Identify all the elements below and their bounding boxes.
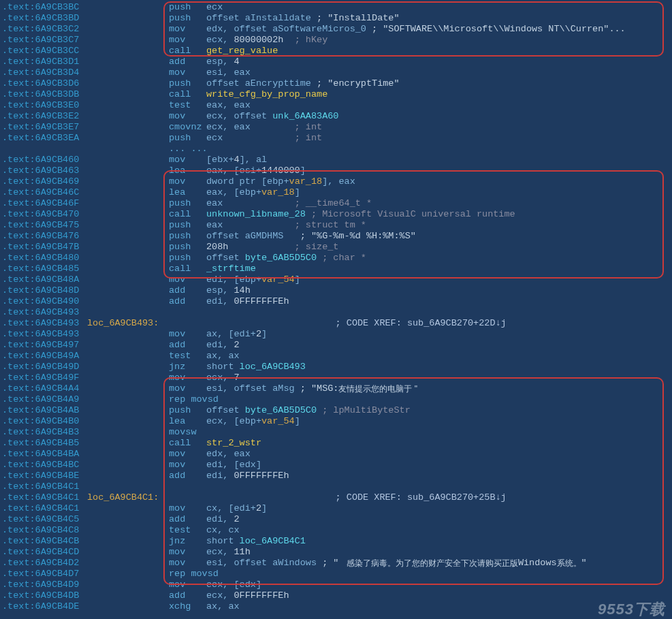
asm-line: .text:6A9CB469movdword ptr [ebp+var_18],… [0,176,672,187]
operand-segment: var_18 [261,187,295,198]
operand-segment: eax, eax [206,100,251,111]
address: .text:6A9CB49F [0,372,87,383]
operand-segment: short [206,536,240,547]
mnemonic: mov [169,24,206,35]
asm-line: .text:6A9CB3D1addesp, 4 [0,57,672,67]
asm-line: .text:6A9CB4D9movecx, [edx] [0,580,672,590]
operand-segment: ], eax [322,176,355,187]
mnemonic [169,307,206,318]
address: .text:6A9CB4D9 [0,580,87,590]
address: .text:6A9CB4A4 [0,383,87,394]
asm-line: .text:6A9CB4BCmovedi, [edx] [0,460,672,471]
mnemonic: call [169,438,206,449]
operand-segment: ecx [206,2,223,13]
mnemonic: add [169,340,206,351]
asm-line: .text:6A9CB3C2movedx, offset aSoftwareMi… [0,24,672,35]
address: .text:6A9CB493 [0,318,87,329]
operand-segment: ; int [223,133,322,144]
asm-line: .text:6A9CB3DBcallwrite_cfg_by_prop_name [0,89,672,100]
mnemonic: call [169,264,206,274]
operand-segment: 7 [234,372,240,383]
address: .text:6A9CB48D [0,285,87,296]
operand-segment: ecx, [ebp+ [206,416,261,427]
asm-line: .text:6A9CB3E0testeax, eax [0,100,672,111]
operand-segment: esp, [206,57,234,67]
asm-line: .text:6A9CB3EApushecx ; int [0,133,672,144]
mnemonic: movsw [169,427,206,438]
operand-segment: ] [261,329,267,340]
mnemonic: push [169,253,206,264]
address: .text:6A9CB3D6 [0,78,87,89]
mnemonic: push [169,2,206,13]
operand-segment: ; char * [317,253,366,264]
operand-segment: ; struct tm * [223,220,366,231]
operand-segment: unk_6AA83A60 [272,111,338,122]
asm-line: .text:6A9CB4BAmovedx, eax [0,449,672,460]
operand-segment: write_cfg_by_prop_name [206,89,327,100]
address: .text:6A9CB4D7 [0,569,87,580]
operand-segment: ecx, [edx] [206,580,261,590]
asm-line: .text:6A9CB4CBjnzshort loc_6A9CB4C1 [0,536,672,547]
asm-line: .text:6A9CB493movax, [edi+2] [0,329,672,340]
operand-segment: ecx, offset [206,111,272,122]
operand-segment: edi, [edx] [206,460,261,471]
mnemonic: mov [169,274,206,285]
operand-segment: 0FFFFFFFEh [234,471,289,481]
operand-segment: offset aEncrypttime [206,78,317,89]
address: .text:6A9CB460 [0,155,87,165]
address: .text:6A9CB485 [0,264,87,274]
operand-segment: 14h [234,285,251,296]
operand-segment: str_2_wstr [206,438,261,449]
asm-line: .text:6A9CB3BCpushecx [0,2,672,13]
operand-segment: ecx, [206,35,234,46]
operand-segment: offset aInstalldate [206,13,317,24]
mnemonic: call [169,46,206,57]
mnemonic: rep movsd [169,569,206,580]
mnemonic: test [169,100,206,111]
address: .text:6A9CB480 [0,253,87,264]
mnemonic: mov [169,460,206,471]
mnemonic: push [169,13,206,24]
mnemonic: push [169,220,206,231]
asm-line: .text:6A9CB4B0leaecx, [ebp+var_54] [0,416,672,427]
mnemonic: rep movsd [169,394,206,405]
operand-segment: esp, [206,285,234,296]
operand-segment: 友情提示您的电脑于 " [338,383,417,394]
mnemonic: mov [169,558,206,569]
address [0,144,87,155]
asm-line: .text:6A9CB463leaeax, [esi+1440000] [0,165,672,176]
address: .text:6A9CB4BC [0,460,87,471]
mnemonic: test [169,525,206,536]
ellipsis: ... ... [169,144,208,155]
operand-segment: edi, [206,296,234,307]
operand-segment: var_54 [261,416,295,427]
operand-segment: Windows [518,558,557,569]
address: .text:6A9CB4CB [0,536,87,547]
asm-line: .text:6A9CB480pushoffset byte_6AB5D5C0 ;… [0,253,672,264]
asm-line: .text:6A9CB3D6pushoffset aEncrypttime ; … [0,78,672,89]
address: .text:6A9CB4C1 [0,481,87,492]
asm-line: .text:6A9CB4ABpushoffset byte_6AB5D5C0 ;… [0,405,672,416]
address: .text:6A9CB497 [0,340,87,351]
mnemonic [169,481,206,492]
operand-segment: ; __time64_t * [223,198,372,209]
address: .text:6A9CB469 [0,176,87,187]
operand-segment: ax, ax [206,601,240,612]
operand-segment: ax, ax [206,351,240,362]
address: .text:6A9CB4CD [0,547,87,558]
asm-line: .text:6A9CB4DExchgax, ax [0,601,672,612]
operand-segment: esi, offset aWindows [206,558,322,569]
location-label: loc_6A9CB493: [87,318,159,329]
address: .text:6A9CB476 [0,231,87,242]
address: .text:6A9CB4DB [0,590,87,601]
asm-line: .text:6A9CB490addedi, 0FFFFFFFEh [0,296,672,307]
asm-line: .text:6A9CB3CCcallget_reg_value [0,46,672,57]
asm-line: .text:6A9CB4C1movcx, [edi+2] [0,503,672,514]
operand-segment: ; hKey [283,35,327,46]
address: .text:6A9CB3E7 [0,122,87,133]
mnemonic: mov [169,449,206,460]
asm-line: ... ... [0,144,672,155]
operand-segment: 4 [234,57,240,67]
operand-segment: 系统。 [557,558,581,569]
address: .text:6A9CB3CC [0,46,87,57]
